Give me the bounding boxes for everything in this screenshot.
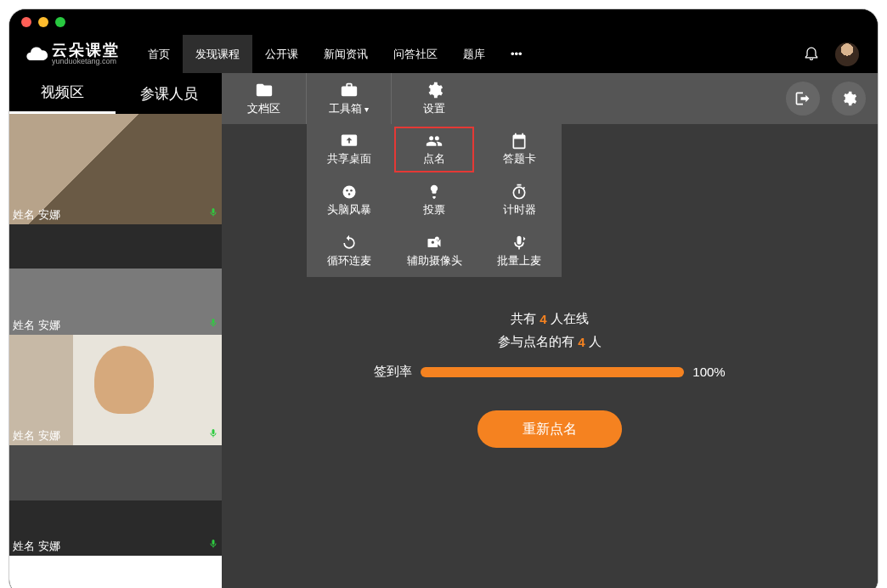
nav-news[interactable]: 新闻资讯 [311, 35, 381, 73]
nav-home[interactable]: 首页 [135, 35, 183, 73]
dd-loop-mic[interactable]: 循环连麦 [307, 226, 392, 277]
online-suffix: 人在线 [551, 311, 589, 327]
titlebar [9, 9, 878, 35]
mic-icon [208, 538, 218, 552]
vote-icon [425, 184, 444, 201]
logo-sub: yunduoketang.com [52, 58, 120, 65]
cloud-icon [25, 42, 48, 66]
toolbox-dropdown: 共享桌面 点名 答题卡 头脑风暴 投票 [307, 124, 562, 277]
sidebar: 视频区 参课人员 姓名 安娜 姓名 安娜 姓名 安娜 [9, 73, 222, 588]
top-nav: 云朵课堂 yunduoketang.com 首页 发现课程 公开课 新闻资讯 问… [9, 35, 878, 73]
batch-mic-icon [510, 235, 528, 252]
main-area: 文档区 工具箱▾ 设置 [222, 73, 878, 588]
tab-video[interactable]: 视频区 [9, 73, 116, 114]
user-avatar[interactable] [835, 42, 859, 66]
answer-card-icon [510, 133, 528, 150]
mic-icon [208, 206, 218, 221]
rate-value: 100% [692, 365, 725, 379]
dd-roll-call[interactable]: 点名 [392, 124, 477, 175]
participated-suffix: 人 [589, 334, 602, 350]
minimize-window-dot[interactable] [38, 17, 48, 27]
exit-button[interactable] [786, 82, 820, 116]
nav-items: 首页 发现课程 公开课 新闻资讯 问答社区 题库 ••• [135, 35, 535, 73]
share-screen-icon [340, 133, 359, 150]
dd-timer[interactable]: 计时器 [477, 175, 562, 226]
dd-batch-mic[interactable]: 批量上麦 [477, 226, 562, 277]
tile-label: 姓名 安娜 [13, 318, 60, 333]
nav-qa[interactable]: 问答社区 [381, 35, 450, 73]
tab-participants[interactable]: 参课人员 [116, 73, 222, 114]
dd-vote[interactable]: 投票 [392, 175, 477, 226]
logo[interactable]: 云朵课堂 yunduoketang.com [9, 42, 135, 66]
tile-label: 姓名 安娜 [13, 428, 60, 444]
tool-settings-label: 设置 [423, 101, 445, 116]
rollcall-panel: 共有 4 人在线 参与点名的有 4 人 签到率 100% 重新点名 [222, 311, 878, 448]
toolbar: 文档区 工具箱▾ 设置 [222, 73, 878, 124]
progress-bar [421, 367, 684, 377]
gear-icon [425, 81, 444, 99]
nav-open-class[interactable]: 公开课 [252, 35, 311, 73]
nav-discover[interactable]: 发现课程 [183, 35, 252, 73]
tool-toolbox[interactable]: 工具箱▾ [307, 73, 392, 124]
maximize-window-dot[interactable] [55, 17, 65, 27]
video-tile[interactable]: 姓名 安娜 [9, 224, 222, 335]
online-prefix: 共有 [511, 311, 536, 327]
svg-point-3 [348, 193, 351, 195]
dd-share-screen[interactable]: 共享桌面 [307, 124, 392, 175]
tool-settings[interactable]: 设置 [392, 73, 477, 124]
app-window: 云朵课堂 yunduoketang.com 首页 发现课程 公开课 新闻资讯 问… [8, 8, 879, 588]
video-tile[interactable]: 姓名 安娜 [9, 445, 222, 556]
folder-icon [255, 81, 274, 99]
online-count: 4 [540, 312, 546, 326]
aux-camera-icon: + [425, 235, 444, 252]
svg-point-1 [346, 189, 348, 192]
video-tile[interactable]: 姓名 安娜 [9, 335, 222, 445]
exit-icon [794, 90, 811, 107]
loop-mic-icon [340, 235, 359, 252]
logo-text: 云朵课堂 [52, 42, 120, 58]
roll-call-icon [425, 133, 444, 150]
toolbox-icon [340, 81, 359, 99]
gear-icon [840, 90, 857, 107]
tool-doc[interactable]: 文档区 [222, 73, 307, 124]
svg-point-2 [350, 189, 353, 192]
close-window-dot[interactable] [21, 17, 31, 27]
participated-prefix: 参与点名的有 [498, 334, 574, 350]
mic-icon [208, 427, 218, 442]
video-tile-empty [9, 556, 222, 588]
mic-icon [208, 317, 218, 331]
settings-button[interactable] [832, 82, 866, 116]
tile-label: 姓名 安娜 [13, 539, 60, 554]
chevron-down-icon: ▾ [364, 105, 369, 114]
nav-bank[interactable]: 题库 [450, 35, 498, 73]
participated-count: 4 [578, 335, 585, 349]
tool-toolbox-label: 工具箱▾ [329, 101, 369, 116]
brainstorm-icon [340, 184, 359, 201]
tool-doc-label: 文档区 [247, 101, 280, 116]
recall-button[interactable]: 重新点名 [477, 410, 622, 448]
notifications-icon[interactable] [803, 44, 820, 64]
tile-label: 姓名 安娜 [13, 207, 60, 223]
dd-aux-camera[interactable]: + 辅助摄像头 [392, 226, 477, 277]
video-list: 姓名 安娜 姓名 安娜 姓名 安娜 [9, 114, 222, 588]
svg-point-0 [343, 186, 356, 199]
video-tile[interactable]: 姓名 安娜 [9, 114, 222, 224]
dd-brainstorm[interactable]: 头脑风暴 [307, 175, 392, 226]
rate-label: 签到率 [374, 364, 412, 380]
nav-more[interactable]: ••• [498, 35, 535, 73]
timer-icon [510, 184, 528, 201]
dd-answer-card[interactable]: 答题卡 [477, 124, 562, 175]
